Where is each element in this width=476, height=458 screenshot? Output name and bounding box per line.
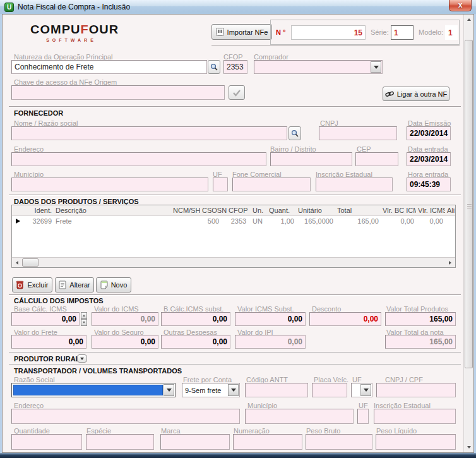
comprador-dropdown-button[interactable] (371, 61, 381, 73)
fornecedor-search-button[interactable] (289, 126, 301, 140)
produto-row[interactable]: 32699 Frete 500 2353 UN 1,00 165,0000 16… (12, 216, 455, 226)
natureza-input[interactable]: Conhecimento de Frete (11, 60, 207, 74)
scroll-up-button[interactable] (464, 15, 473, 25)
cfop-input[interactable]: 2353 (223, 60, 247, 74)
fone-input[interactable] (232, 178, 311, 191)
scroll-right-arrow[interactable] (445, 258, 455, 267)
especie-input[interactable] (86, 434, 154, 450)
chave-validate-button[interactable] (229, 85, 245, 100)
link-icon (385, 90, 394, 98)
chave-input[interactable] (11, 85, 225, 100)
nome-input[interactable] (11, 126, 287, 140)
vertical-scrollbar[interactable] (463, 15, 473, 452)
arrow-down-icon (467, 446, 471, 449)
uf-input[interactable] (213, 178, 228, 191)
razao-social-dropdown-button[interactable] (164, 384, 174, 396)
chevron-down-icon (374, 66, 379, 69)
valor-icms-input[interactable]: 0,00 (92, 312, 158, 326)
valor-icms-value: 0,00 (141, 315, 155, 323)
comprador-combobox[interactable] (254, 60, 383, 74)
outras-despesas-input[interactable]: 0,00 (161, 335, 230, 349)
inscricao-transp-input[interactable] (374, 409, 456, 424)
col-cfop: CFOP (227, 207, 251, 214)
chevron-down-icon (167, 389, 172, 392)
endereco-transp-input[interactable] (11, 409, 240, 424)
natureza-search-button[interactable] (208, 60, 220, 74)
bairro-input[interactable] (270, 152, 352, 166)
alterar-button[interactable]: Alterar (55, 277, 94, 292)
valor-subst-input[interactable]: 0,00 (235, 312, 306, 326)
frete-por-conta-combobox[interactable]: 9-Sem frete (182, 383, 240, 397)
valor-seguro-input[interactable]: 0,00 (92, 335, 158, 349)
base-calc-spinner (81, 312, 87, 326)
cnpj-input[interactable] (319, 126, 397, 140)
data-entrada-input[interactable]: 22/03/2014 (407, 152, 451, 166)
cell-vlr-icms: 0,00 (416, 217, 445, 225)
endereco-input[interactable] (11, 152, 266, 166)
quantidade-input[interactable] (11, 434, 82, 450)
valor-ipi-input[interactable]: 0,00 (235, 335, 306, 349)
numero-field[interactable]: 15 (291, 25, 366, 40)
uf-dropdown-button[interactable] (360, 384, 371, 396)
novo-button[interactable]: Novo (96, 277, 131, 292)
col-un: Un. (251, 207, 267, 214)
grid-header-row: Ident. Descrição NCM/SH CSOSN CFOP Un. Q… (12, 205, 455, 216)
serie-field[interactable]: 1 (391, 25, 414, 40)
desconto-input[interactable]: 0,00 (309, 312, 381, 326)
total-nota-input[interactable]: 165,00 (385, 335, 456, 349)
bcalc-subst-input[interactable]: 0,00 (161, 312, 230, 326)
produtor-rural-toggle[interactable] (77, 354, 87, 363)
peso-liquido-input[interactable] (376, 434, 456, 450)
produtos-grid: Ident. Descrição NCM/SH CSOSN CFOP Un. Q… (11, 205, 456, 268)
valor-ipi-value: 0,00 (288, 337, 302, 346)
valor-frete-value: 0,00 (69, 337, 83, 346)
col-total: Total (335, 207, 381, 214)
logo-text2: OUR (89, 23, 119, 36)
grid-horizontal-scrollbar[interactable] (12, 257, 455, 267)
col-quant: Quant. (267, 207, 296, 214)
numeracao-input[interactable] (233, 434, 302, 450)
scroll-down-button[interactable] (464, 442, 473, 452)
close-button[interactable]: x (449, 0, 472, 11)
bcalc-subst-value: 0,00 (213, 315, 227, 323)
chevron-down-icon (80, 358, 84, 360)
col-unitario: Unitário (296, 207, 335, 214)
cell-unitario: 165,0000 (296, 217, 335, 225)
spinner-down-button[interactable] (81, 319, 87, 326)
frete-por-conta-dropdown-button[interactable] (228, 384, 239, 396)
data-emissao-input[interactable]: 22/03/2014 (407, 126, 451, 140)
produtor-rural-title: PRODUTOR RURAL (14, 355, 80, 363)
vscroll-thumb[interactable] (465, 40, 473, 368)
municipio-transp-input[interactable] (245, 409, 354, 424)
cep-input[interactable] (355, 152, 398, 166)
data-entrada-value: 22/03/2014 (410, 155, 448, 164)
logo-accent: F (80, 23, 88, 36)
uf-transp-combobox[interactable] (351, 383, 372, 397)
col-descricao: Descrição (54, 207, 171, 214)
placa-veic-input[interactable] (312, 383, 347, 397)
razao-social-combobox[interactable] (11, 383, 176, 397)
cnpj-cpf-input[interactable] (376, 383, 456, 397)
cell-cfop: 2353 (227, 217, 251, 225)
hscroll-thumb[interactable] (22, 258, 39, 267)
hora-entrada-value: 09:45:39 (410, 180, 440, 189)
section-divider (9, 106, 461, 107)
codigo-antt-input[interactable] (245, 383, 308, 397)
excluir-button[interactable]: Excluir (12, 277, 52, 292)
marca-input[interactable] (160, 434, 230, 450)
ligar-outra-nf-button[interactable]: Ligar à outra NF (383, 87, 449, 101)
uf2-transp-input[interactable] (357, 409, 369, 424)
modelo-field[interactable]: 1 (445, 25, 458, 40)
municipio-input[interactable] (11, 178, 208, 191)
modelo-label: Modelo: (419, 28, 443, 36)
valor-frete-input[interactable]: 0,00 (11, 335, 86, 349)
scroll-left-arrow[interactable] (12, 258, 22, 267)
spinner-up-button[interactable] (81, 312, 87, 319)
hora-entrada-input[interactable]: 09:45:39 (407, 178, 451, 191)
inscricao-input[interactable] (316, 178, 393, 191)
peso-bruto-input[interactable] (306, 434, 372, 450)
importar-nfe-button[interactable]: Importar NFe (211, 24, 272, 40)
window-title: Nota Fiscal de Compra - Inclusão (18, 3, 130, 11)
total-produtos-input[interactable]: 165,00 (385, 312, 456, 326)
base-calc-input[interactable]: 0,00 (11, 312, 80, 326)
